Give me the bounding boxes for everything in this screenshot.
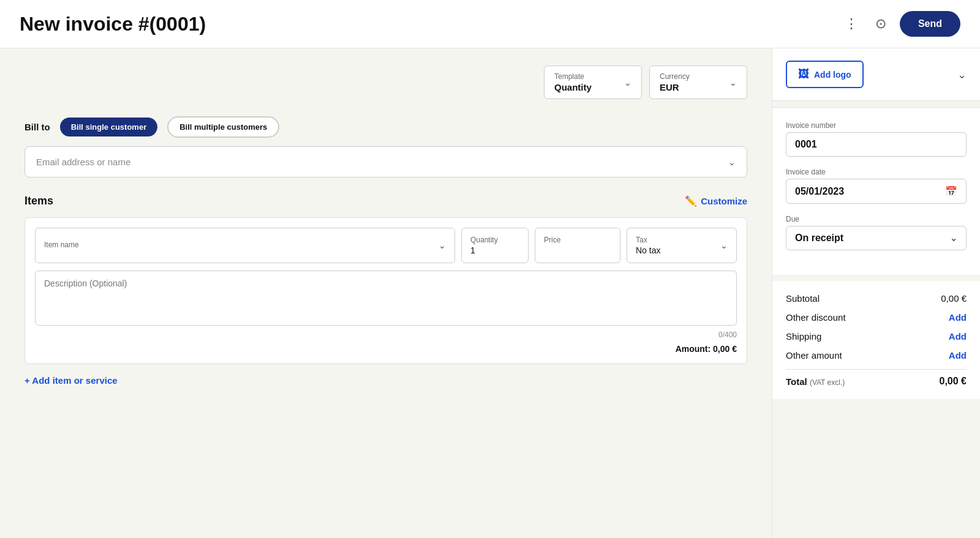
tax-value: No tax xyxy=(636,245,660,255)
item-name-field-label: Item name xyxy=(44,241,79,249)
email-name-selector[interactable]: Email address or name ⌄ xyxy=(24,146,747,177)
tax-label: Tax xyxy=(636,236,660,244)
template-chevron-icon: ⌄ xyxy=(624,78,631,88)
logo-section-chevron-icon: ⌄ xyxy=(957,68,967,81)
shipping-add-button[interactable]: Add xyxy=(949,331,967,342)
tax-selector[interactable]: Tax No tax ⌄ xyxy=(627,228,737,263)
page-title: New invoice #(0001) xyxy=(20,13,206,35)
currency-label: Currency xyxy=(660,72,690,81)
calendar-icon: 📅 xyxy=(945,185,957,197)
total-label: Total xyxy=(786,376,807,387)
email-chevron-icon: ⌄ xyxy=(728,157,736,167)
subtotal-value: 0,00 € xyxy=(941,293,967,304)
bill-to-label: Bill to xyxy=(24,122,50,132)
bill-to-header: Bill to Bill single customer Bill multip… xyxy=(24,116,747,138)
pencil-icon: ✏️ xyxy=(685,195,697,207)
bill-multiple-customers-button[interactable]: Bill multiple customers xyxy=(167,116,279,138)
bill-single-customer-button[interactable]: Bill single customer xyxy=(60,118,158,136)
item-card: Item name ⌄ Quantity 1 Price xyxy=(24,217,747,364)
currency-selector[interactable]: Currency EUR ⌄ xyxy=(649,65,747,99)
char-count: 0/400 xyxy=(718,331,737,339)
other-amount-label: Other amount xyxy=(786,350,842,361)
header: New invoice #(0001) ⋮ ⊙ Send xyxy=(0,0,980,48)
invoice-number-box[interactable]: 0001 xyxy=(786,132,967,157)
invoice-number-field: Invoice number 0001 xyxy=(786,121,967,157)
template-selector[interactable]: Template Quantity ⌄ xyxy=(544,65,642,99)
items-header: Items ✏️ Customize xyxy=(24,195,747,207)
price-label: Price xyxy=(544,236,611,244)
template-label: Template xyxy=(554,72,592,81)
image-icon: 🖼 xyxy=(798,68,809,81)
total-final-row: Total (VAT excl.) 0,00 € xyxy=(786,376,967,387)
right-panel: 🖼 Add logo ⌄ Invoice number 0001 Invoice… xyxy=(772,48,980,538)
tax-chevron-icon: ⌄ xyxy=(720,241,728,250)
item-name-selector[interactable]: Item name ⌄ xyxy=(35,228,455,263)
customize-label: Customize xyxy=(701,196,747,206)
customize-button[interactable]: ✏️ Customize xyxy=(685,195,747,207)
logo-section: 🖼 Add logo ⌄ xyxy=(772,48,980,101)
invoice-date-field: Invoice date 05/01/2023 📅 xyxy=(786,168,967,204)
other-discount-row: Other discount Add xyxy=(786,312,967,323)
other-discount-label: Other discount xyxy=(786,312,846,323)
totals-section: Subtotal 0,00 € Other discount Add Shipp… xyxy=(772,281,980,399)
template-currency-row: Template Quantity ⌄ Currency EUR ⌄ xyxy=(24,65,747,99)
item-name-chevron-icon: ⌄ xyxy=(439,241,446,250)
email-placeholder: Email address or name xyxy=(36,157,130,167)
shipping-label: Shipping xyxy=(786,331,821,342)
due-field: Due On receipt ⌄ xyxy=(786,215,967,250)
header-actions: ⋮ ⊙ Send xyxy=(841,11,960,37)
total-value: 0,00 € xyxy=(940,376,967,387)
quantity-field[interactable]: Quantity 1 xyxy=(461,228,529,263)
invoice-number-value: 0001 xyxy=(795,139,817,150)
quantity-label: Quantity xyxy=(470,236,519,244)
items-title: Items xyxy=(24,195,53,207)
eye-icon: ⊙ xyxy=(875,16,886,32)
currency-chevron-icon: ⌄ xyxy=(729,78,737,88)
invoice-date-label: Invoice date xyxy=(786,168,967,176)
description-textarea[interactable] xyxy=(35,271,737,326)
due-chevron-icon: ⌄ xyxy=(950,233,957,243)
subtotal-label: Subtotal xyxy=(786,293,820,304)
more-options-button[interactable]: ⋮ xyxy=(841,12,862,35)
send-button[interactable]: Send xyxy=(900,11,960,37)
invoice-number-label: Invoice number xyxy=(786,121,967,130)
items-section: Items ✏️ Customize Item name ⌄ xyxy=(24,195,747,386)
other-discount-add-button[interactable]: Add xyxy=(949,312,967,323)
due-label: Due xyxy=(786,215,967,223)
template-value: Quantity xyxy=(554,82,592,92)
total-vat-note: (VAT excl.) xyxy=(810,378,845,387)
item-row: Item name ⌄ Quantity 1 Price xyxy=(35,228,737,263)
add-logo-label: Add logo xyxy=(814,70,851,80)
totals-divider xyxy=(786,369,967,370)
add-logo-button[interactable]: 🖼 Add logo xyxy=(786,61,864,88)
other-amount-add-button[interactable]: Add xyxy=(949,350,967,361)
preview-button[interactable]: ⊙ xyxy=(872,12,890,35)
invoice-date-box[interactable]: 05/01/2023 📅 xyxy=(786,179,967,204)
invoice-date-value: 05/01/2023 xyxy=(795,186,844,197)
other-amount-row: Other amount Add xyxy=(786,350,967,361)
ellipsis-icon: ⋮ xyxy=(845,16,858,32)
price-field[interactable]: Price xyxy=(535,228,620,263)
amount-display: Amount: 0,00 € xyxy=(676,344,737,354)
due-selector[interactable]: On receipt ⌄ xyxy=(786,226,967,250)
quantity-value[interactable]: 1 xyxy=(470,245,519,255)
add-item-button[interactable]: + Add item or service xyxy=(24,375,118,386)
currency-value: EUR xyxy=(660,82,690,92)
left-panel: Template Quantity ⌄ Currency EUR ⌄ Bill … xyxy=(0,48,772,538)
main-layout: Template Quantity ⌄ Currency EUR ⌄ Bill … xyxy=(0,48,980,538)
bill-to-section: Bill to Bill single customer Bill multip… xyxy=(24,116,747,177)
subtotal-row: Subtotal 0,00 € xyxy=(786,293,967,304)
due-value: On receipt xyxy=(795,233,843,244)
invoice-details-section: Invoice number 0001 Invoice date 05/01/2… xyxy=(772,107,980,275)
shipping-row: Shipping Add xyxy=(786,331,967,342)
